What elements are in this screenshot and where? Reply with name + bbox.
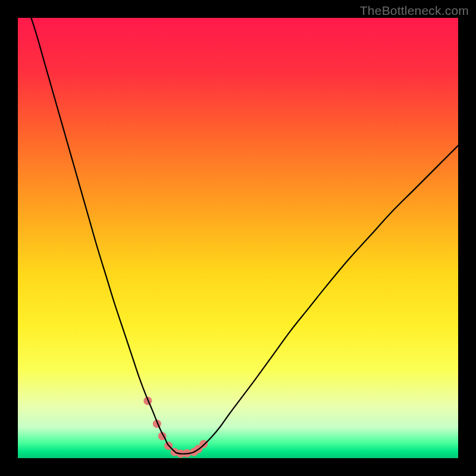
watermark-text: TheBottleneck.com — [360, 4, 469, 18]
bottleneck-curve — [27, 18, 458, 454]
chart-frame: TheBottleneck.com — [0, 0, 476, 476]
plot-area — [18, 18, 458, 458]
curve-layer — [18, 18, 458, 458]
